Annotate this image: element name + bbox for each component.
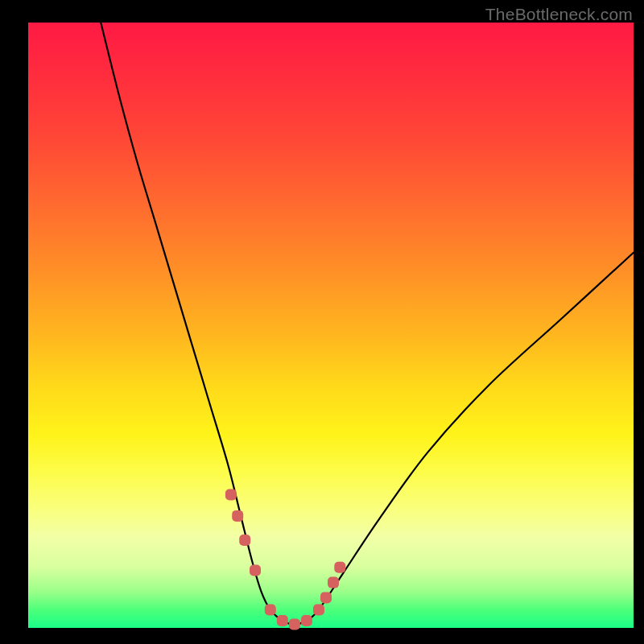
- plot-area: [28, 23, 634, 628]
- highlight-marker: [328, 577, 339, 588]
- highlight-marker: [265, 604, 276, 615]
- highlight-marker: [289, 618, 300, 630]
- bottleneck-curve: [101, 23, 634, 624]
- highlight-marker: [277, 615, 288, 626]
- highlight-marker: [301, 615, 312, 626]
- watermark-text: TheBottleneck.com: [485, 5, 633, 24]
- highlight-markers: [225, 489, 345, 630]
- curve-svg: [28, 23, 634, 628]
- highlight-marker: [225, 489, 237, 501]
- highlight-marker: [239, 535, 250, 546]
- highlight-marker: [320, 592, 332, 603]
- highlight-marker: [250, 565, 261, 576]
- chart-frame: TheBottleneck.com: [0, 0, 644, 644]
- highlight-marker: [313, 604, 324, 615]
- highlight-marker: [232, 510, 243, 522]
- highlight-marker: [334, 562, 345, 573]
